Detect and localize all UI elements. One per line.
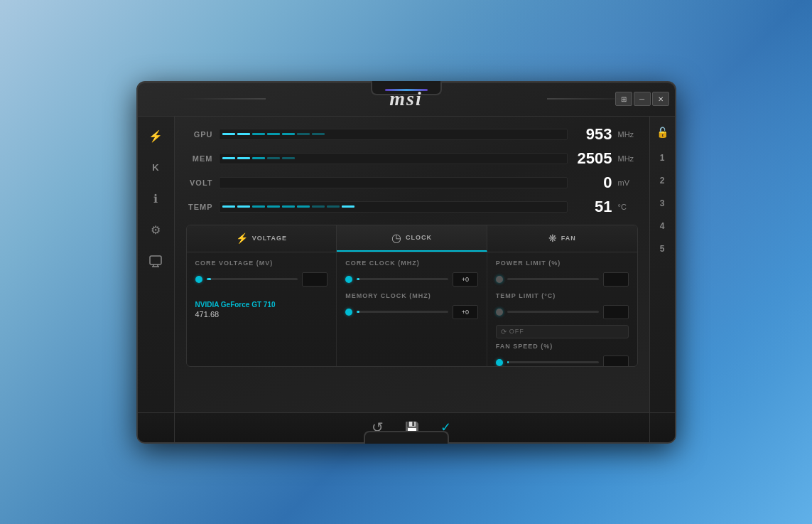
gpu-driver-value: 471.68 — [195, 310, 328, 319]
tab-fan[interactable]: ❋ FAN — [487, 225, 637, 252]
mem-value: 2505 — [573, 149, 612, 168]
settings-nav-icon[interactable]: ⚙ — [143, 218, 168, 243]
right-profile-panel: 🔓 1 2 3 4 5 — [649, 117, 675, 442]
temp-limit-title: TEMP LIMIT (°C) — [496, 292, 629, 299]
power-limit-value[interactable] — [603, 272, 629, 287]
clock-section: CORE CLOCK (MHZ) +0 MEMORY CLOCK (MHZ) — [337, 252, 487, 366]
memory-clock-dot[interactable] — [345, 309, 352, 316]
power-limit-slider-row — [496, 272, 629, 287]
core-voltage-fill — [207, 278, 211, 280]
tab-clock[interactable]: ◷ CLOCK — [337, 225, 487, 252]
kombustor-nav-icon[interactable]: K — [143, 155, 168, 181]
tabs-content: CORE VOLTAGE (MV) NVIDIA GeForce GT 710 … — [187, 252, 637, 366]
fan-speed-value[interactable] — [603, 355, 629, 367]
core-clock-slider-row: +0 — [345, 272, 478, 287]
fan-speed-fill — [507, 361, 509, 363]
toggle-label: OFF — [509, 328, 524, 335]
memory-clock-track[interactable] — [357, 311, 448, 313]
overclocking-nav-icon[interactable]: ⚡ — [143, 124, 168, 149]
core-voltage-title: CORE VOLTAGE (MV) — [195, 260, 328, 267]
gpu-unit: MHz — [618, 130, 638, 139]
core-clock-title: CORE CLOCK (MHZ) — [345, 260, 478, 267]
voltage-section: CORE VOLTAGE (MV) NVIDIA GeForce GT 710 … — [187, 252, 337, 366]
profile-2-button[interactable]: 2 — [652, 171, 672, 191]
fan-speed-track[interactable] — [507, 361, 599, 363]
profile-4-button[interactable]: 4 — [652, 216, 672, 236]
volt-meter-row: VOLT 0 mV — [186, 173, 638, 192]
core-clock-fill — [357, 278, 359, 280]
volt-value: 0 — [573, 173, 612, 192]
mem-unit: MHz — [618, 154, 638, 163]
temp-unit: °C — [618, 203, 638, 211]
mem-bar — [219, 153, 568, 164]
memory-clock-fill — [357, 311, 359, 313]
gpu-info-block: NVIDIA GeForce GT 710 471.68 — [195, 301, 328, 319]
gpu-label: GPU — [186, 130, 213, 139]
profile-5-button[interactable]: 5 — [652, 239, 672, 259]
core-clock-dot[interactable] — [345, 276, 352, 283]
gpu-value: 953 — [573, 125, 612, 144]
main-content: GPU 953 MHz MEM — [175, 117, 649, 442]
temp-limit-track — [507, 311, 599, 313]
fan-tab-label: FAN — [561, 235, 576, 242]
profile-3-button[interactable]: 3 — [652, 193, 672, 213]
window-controls: ⊞ ─ ✕ — [615, 92, 669, 106]
temp-limit-dot — [496, 309, 503, 316]
left-sidebar: ⚡ K ℹ ⚙ — [138, 117, 175, 442]
close-button[interactable]: ✕ — [652, 92, 669, 106]
monitor-nav-icon[interactable] — [143, 249, 168, 274]
fan-section: POWER LIMIT (%) TEMP LIMIT (°C) — [487, 252, 637, 366]
fan-tab-icon: ❋ — [548, 232, 557, 244]
power-limit-track — [507, 278, 599, 280]
corner-left — [138, 412, 175, 442]
core-voltage-value[interactable] — [302, 272, 327, 287]
bottom-decoration — [364, 431, 449, 444]
fan-speed-slider-row — [496, 355, 629, 367]
core-voltage-slider-row — [195, 272, 328, 287]
main-window: msi ⊞ ─ ✕ ⚡ K ℹ ⚙ 🔓 1 2 3 4 5 — [136, 81, 676, 444]
grid-button[interactable]: ⊞ — [615, 92, 632, 106]
temp-limit-slider-row — [496, 305, 629, 319]
temp-value: 51 — [573, 198, 612, 216]
app-logo: msi — [389, 87, 422, 110]
volt-label: VOLT — [186, 178, 213, 187]
tabs-header: ⚡ VOLTAGE ◷ CLOCK ❋ FAN — [187, 225, 637, 252]
fan-speed-title: FAN SPEED (%) — [496, 343, 629, 350]
minimize-button[interactable]: ─ — [634, 92, 651, 106]
info-nav-icon[interactable]: ℹ — [143, 186, 168, 212]
gpu-name: NVIDIA GeForce GT 710 — [195, 301, 328, 309]
mem-meter-row: MEM 2505 MHz — [186, 149, 638, 168]
core-voltage-track[interactable] — [207, 278, 298, 280]
volt-unit: mV — [618, 178, 638, 187]
corner-right — [649, 412, 675, 442]
temp-label: TEMP — [186, 203, 213, 211]
core-voltage-dot[interactable] — [195, 276, 202, 283]
clock-tab-icon: ◷ — [391, 231, 401, 245]
tab-voltage[interactable]: ⚡ VOLTAGE — [187, 225, 337, 252]
core-clock-track[interactable] — [357, 278, 448, 280]
mem-label: MEM — [186, 154, 213, 163]
volt-bar — [219, 177, 568, 188]
gpu-bar — [219, 129, 568, 140]
gpu-meter-row: GPU 953 MHz — [186, 125, 638, 144]
clock-tab-label: CLOCK — [406, 234, 432, 241]
memory-clock-value[interactable]: +0 — [453, 305, 478, 319]
temp-meter-row: TEMP 51 °C — [186, 198, 638, 216]
power-limit-dot — [496, 276, 503, 283]
memory-clock-title: MEMORY CLOCK (MHZ) — [345, 292, 478, 299]
lock-icon[interactable]: 🔓 — [652, 122, 672, 142]
toggle-icon: ⟳ — [501, 328, 507, 336]
fan-speed-dot[interactable] — [496, 359, 503, 366]
profile-1-button[interactable]: 1 — [652, 148, 672, 168]
meters-section: GPU 953 MHz MEM — [186, 125, 638, 216]
temp-bar — [219, 201, 568, 213]
tabs-panel: ⚡ VOLTAGE ◷ CLOCK ❋ FAN CORE VOLTAGE (MV… — [186, 225, 638, 367]
memory-clock-slider-row: +0 — [345, 305, 478, 319]
voltage-tab-icon: ⚡ — [236, 232, 248, 244]
svg-rect-0 — [150, 256, 161, 264]
core-clock-value[interactable]: +0 — [453, 272, 478, 287]
power-limit-title: POWER LIMIT (%) — [496, 260, 629, 267]
title-bar: msi ⊞ ─ ✕ — [138, 82, 675, 117]
temp-limit-value[interactable] — [603, 305, 629, 319]
fan-off-toggle[interactable]: ⟳ OFF — [496, 325, 629, 338]
